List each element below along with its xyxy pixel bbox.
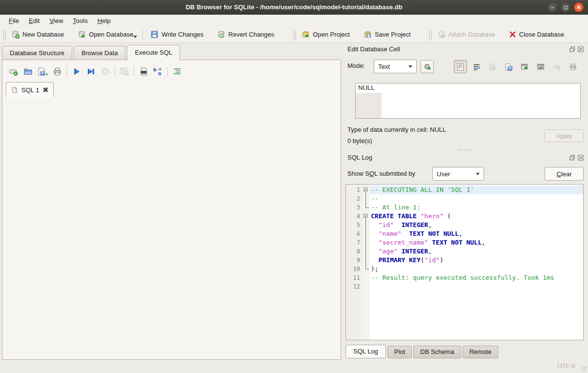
export-cell-data-button[interactable] [502,60,515,73]
window-controls: – ✕ [547,2,584,12]
open-database-button[interactable]: Open Database [75,28,136,41]
toolbar-drag-handle[interactable] [293,29,296,40]
cell-size-info: 0 byte(s) [347,137,372,145]
float-dock-icon[interactable] [569,46,575,52]
menu-edit[interactable]: Edit [24,16,44,26]
toolbar-drag-handle[interactable] [428,29,432,40]
open-file-icon [23,67,33,76]
write-changes-button[interactable]: Write Changes [147,28,206,41]
execute-all-button[interactable] [69,64,83,78]
close-dock-icon[interactable] [578,155,584,161]
menu-tools[interactable]: Tools [68,16,92,26]
dock-splitter[interactable] [347,148,584,151]
gear-arrow-icon [423,62,432,71]
encoding-indicator: UTF-8 [557,362,575,370]
print-icon [569,63,577,71]
execute-current-line-button[interactable] [83,64,98,78]
stop-button[interactable] [98,64,113,78]
import-cell-data-button[interactable] [486,60,499,73]
open-database-dropdown-arrow[interactable] [133,36,137,38]
tab-database-structure[interactable]: Database Structure [2,46,72,60]
write-changes-icon [150,30,159,39]
cell-editor-toolbar [454,60,580,73]
edit-cell-dock-controls [569,46,584,52]
apply-button[interactable]: Apply [545,129,584,142]
print-cell-button[interactable] [567,60,580,73]
close-tab-icon[interactable]: ✖ [42,86,48,94]
document-icon [457,63,464,71]
word-wrap-button[interactable] [470,60,483,73]
sql-log-view[interactable]: 1-- EXECUTING ALL IN 'SQL 1'2--3-- At li… [345,184,584,340]
auto-switch-mode-button[interactable] [421,60,434,73]
close-button[interactable]: ✕ [574,2,584,12]
menu-file[interactable]: File [4,16,24,26]
tab-execute-sql[interactable]: Execute SQL [127,45,180,61]
find-replace-button[interactable]: ba [151,64,165,78]
external-window-icon [521,63,529,71]
save-file-icon [37,67,48,76]
dock-tab-remote[interactable]: Remote [463,346,499,358]
toolbar-drag-handle[interactable] [2,29,6,40]
log-filter-combobox[interactable]: User [432,167,484,181]
statusbar: UTF-8 [0,360,588,373]
close-database-button[interactable]: Close Database [506,29,568,40]
cell-value-editor[interactable]: NULL [355,83,581,119]
dock-tab-plot[interactable]: Plot [387,346,412,358]
log-filter-value: User [437,170,450,178]
find-icon [139,67,148,76]
revert-changes-button[interactable]: Revert Changes [214,28,277,41]
window-title: DB Browser for SQLite - /home/user/code/… [185,3,402,11]
open-database-icon [78,30,86,39]
new-tab-icon [9,67,18,76]
save-results-button[interactable] [117,64,132,78]
menu-help[interactable]: Help [93,16,116,26]
new-database-icon [11,30,20,39]
dock-tab-db-schema[interactable]: DB Schema [413,346,461,358]
text-mode-button[interactable] [454,60,467,73]
link-data-button[interactable] [534,60,547,73]
dock-tab-sql-log[interactable]: SQL Log [345,345,386,358]
save-sql-file-button[interactable] [35,64,50,78]
new-database-button[interactable]: New Database [8,28,67,41]
set-null-button[interactable] [550,60,564,73]
save-project-button[interactable]: Save Project [361,28,414,41]
import-icon [488,63,497,71]
mode-value: Text [378,63,390,70]
toolbar-separator [142,29,143,40]
open-sql-file-button[interactable] [20,64,35,78]
tab-browse-data[interactable]: Browse Data [74,46,125,60]
attach-database-button[interactable]: Attach Database [434,28,498,41]
maximize-button[interactable] [561,2,570,12]
sql-doc-tab[interactable]: SQL 1 ✖ [6,82,54,97]
stop-icon [101,67,110,76]
print-sql-button[interactable] [50,64,64,78]
sql-toolbar: ba [6,64,184,79]
minimize-button[interactable]: – [547,2,557,12]
format-button[interactable] [170,64,184,78]
resize-grip[interactable] [582,367,587,372]
clear-log-button[interactable]: Clear [545,167,584,181]
sql-doc-tab-label: SQL 1 [21,86,39,94]
close-dock-icon[interactable] [578,46,584,52]
execute-icon [72,67,81,76]
format-icon [173,67,182,76]
menu-view[interactable]: View [44,16,68,26]
open-project-icon [302,30,310,39]
log-filter-label: Show SQL submitted by [347,170,415,177]
save-results-icon [120,67,130,76]
attach-database-icon [437,30,446,39]
open-in-external-button[interactable] [518,60,531,73]
svg-text:b: b [153,67,157,72]
open-project-button[interactable]: Open Project [299,28,353,41]
main-tabbar: Database Structure Browse Data Execute S… [2,45,182,60]
main-toolbar: New Database Open Database Write Changes… [0,26,588,43]
cell-type-info: Type of data currently in cell: NULL [347,126,446,133]
set-null-icon [553,63,561,71]
find-button[interactable] [136,64,151,78]
titlebar: DB Browser for SQLite - /home/user/code/… [0,0,588,15]
mode-label: Mode: [347,62,365,69]
float-dock-icon[interactable] [569,155,575,161]
mode-combobox[interactable]: Text [374,60,417,73]
new-sql-tab-button[interactable] [6,64,20,78]
revert-changes-icon [217,30,225,39]
